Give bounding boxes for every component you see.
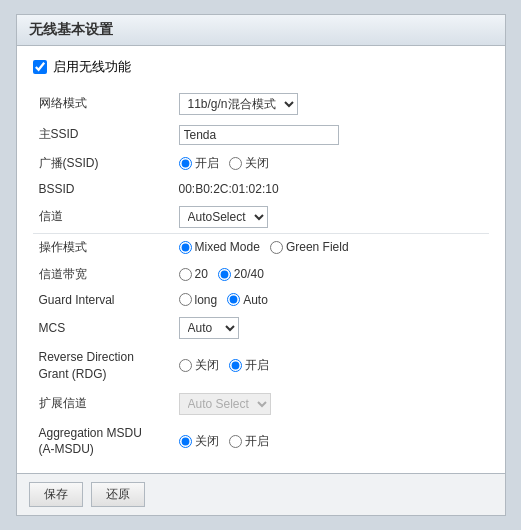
broadcast-on-label: 开启	[195, 155, 219, 172]
amsdu-off-label: 关闭	[195, 433, 219, 450]
amsdu-on-label: 开启	[245, 433, 269, 450]
settings-table: 网络模式 11b/g/n混合模式 11b模式 11g模式 11n模式 主SSID	[33, 88, 489, 463]
bw-2040-label: 20/40	[234, 267, 264, 281]
rdg-row: Reverse DirectionGrant (RDG) 关闭 开启	[33, 344, 489, 388]
rdg-off-radio[interactable]	[179, 359, 192, 372]
broadcast-label: 广播(SSID)	[33, 150, 173, 177]
guard-interval-label: Guard Interval	[33, 288, 173, 312]
amsdu-off-radio[interactable]	[179, 435, 192, 448]
ssid-row: 主SSID	[33, 120, 489, 150]
panel-footer: 保存 还原	[17, 473, 505, 515]
bw-2040-radio[interactable]	[218, 268, 231, 281]
bw-20-item: 20	[179, 267, 208, 281]
enable-wireless-checkbox[interactable]	[33, 60, 47, 74]
channel-bw-radio-group: 20 20/40	[179, 267, 483, 281]
restore-button[interactable]: 还原	[91, 482, 145, 507]
network-mode-select[interactable]: 11b/g/n混合模式 11b模式 11g模式 11n模式	[179, 93, 298, 115]
bssid-label: BSSID	[33, 177, 173, 201]
channel-bw-cell: 20 20/40	[173, 261, 489, 288]
broadcast-cell: 开启 关闭	[173, 150, 489, 177]
enable-wireless-row: 启用无线功能	[33, 58, 489, 76]
mixed-mode-radio[interactable]	[179, 241, 192, 254]
operation-mode-label: 操作模式	[33, 233, 173, 261]
save-button[interactable]: 保存	[29, 482, 83, 507]
bw-20-radio[interactable]	[179, 268, 192, 281]
broadcast-off-radio[interactable]	[229, 157, 242, 170]
gi-long-label: long	[195, 293, 218, 307]
mcs-cell: Auto 0123 4567	[173, 312, 489, 344]
network-mode-label: 网络模式	[33, 88, 173, 120]
ssid-label: 主SSID	[33, 120, 173, 150]
ssid-input[interactable]	[179, 125, 339, 145]
network-mode-cell: 11b/g/n混合模式 11b模式 11g模式 11n模式	[173, 88, 489, 120]
amsdu-on-radio[interactable]	[229, 435, 242, 448]
operation-mode-cell: Mixed Mode Green Field	[173, 233, 489, 261]
mcs-label: MCS	[33, 312, 173, 344]
bw-20-label: 20	[195, 267, 208, 281]
broadcast-row: 广播(SSID) 开启 关闭	[33, 150, 489, 177]
channel-bw-row: 信道带宽 20 20/40	[33, 261, 489, 288]
extension-channel-select[interactable]: Auto Select	[179, 393, 271, 415]
channel-bw-label: 信道带宽	[33, 261, 173, 288]
amsdu-row: Aggregation MSDU(A-MSDU) 关闭 开启	[33, 420, 489, 464]
mixed-mode-item: Mixed Mode	[179, 240, 260, 254]
amsdu-radio-group: 关闭 开启	[179, 433, 483, 450]
broadcast-on-radio[interactable]	[179, 157, 192, 170]
amsdu-on-item: 开启	[229, 433, 269, 450]
panel-title: 无线基本设置	[17, 15, 505, 46]
gi-auto-item: Auto	[227, 293, 268, 307]
mixed-mode-label: Mixed Mode	[195, 240, 260, 254]
gi-auto-radio[interactable]	[227, 293, 240, 306]
green-field-radio[interactable]	[270, 241, 283, 254]
broadcast-on-item: 开启	[179, 155, 219, 172]
green-field-item: Green Field	[270, 240, 349, 254]
rdg-on-item: 开启	[229, 357, 269, 374]
rdg-radio-group: 关闭 开启	[179, 357, 483, 374]
rdg-off-label: 关闭	[195, 357, 219, 374]
rdg-on-label: 开启	[245, 357, 269, 374]
bssid-value: 00:B0:2C:01:02:10	[173, 177, 489, 201]
operation-mode-radio-group: Mixed Mode Green Field	[179, 240, 483, 254]
channel-label: 信道	[33, 201, 173, 234]
guard-interval-cell: long Auto	[173, 288, 489, 312]
network-mode-row: 网络模式 11b/g/n混合模式 11b模式 11g模式 11n模式	[33, 88, 489, 120]
gi-auto-label: Auto	[243, 293, 268, 307]
mcs-row: MCS Auto 0123 4567	[33, 312, 489, 344]
extension-channel-label: 扩展信道	[33, 388, 173, 420]
amsdu-cell: 关闭 开启	[173, 420, 489, 464]
amsdu-off-item: 关闭	[179, 433, 219, 450]
extension-channel-row: 扩展信道 Auto Select	[33, 388, 489, 420]
amsdu-label: Aggregation MSDU(A-MSDU)	[33, 420, 173, 464]
rdg-on-radio[interactable]	[229, 359, 242, 372]
rdg-cell: 关闭 开启	[173, 344, 489, 388]
mcs-select[interactable]: Auto 0123 4567	[179, 317, 239, 339]
gi-long-item: long	[179, 293, 218, 307]
broadcast-off-label: 关闭	[245, 155, 269, 172]
extension-channel-cell: Auto Select	[173, 388, 489, 420]
enable-wireless-label: 启用无线功能	[53, 58, 131, 76]
panel-body: 启用无线功能 网络模式 11b/g/n混合模式 11b模式 11g模式 11n模…	[17, 46, 505, 473]
operation-mode-row: 操作模式 Mixed Mode Green Field	[33, 233, 489, 261]
channel-cell: AutoSelect 123 456 789 10111213	[173, 201, 489, 234]
ssid-cell	[173, 120, 489, 150]
rdg-label: Reverse DirectionGrant (RDG)	[33, 344, 173, 388]
rdg-off-item: 关闭	[179, 357, 219, 374]
bssid-row: BSSID 00:B0:2C:01:02:10	[33, 177, 489, 201]
broadcast-off-item: 关闭	[229, 155, 269, 172]
guard-interval-row: Guard Interval long Auto	[33, 288, 489, 312]
wireless-settings-panel: 无线基本设置 启用无线功能 网络模式 11b/g/n混合模式 11b模式 11g…	[16, 14, 506, 516]
broadcast-radio-group: 开启 关闭	[179, 155, 483, 172]
channel-select[interactable]: AutoSelect 123 456 789 10111213	[179, 206, 268, 228]
guard-interval-radio-group: long Auto	[179, 293, 483, 307]
channel-row: 信道 AutoSelect 123 456 789 10111213	[33, 201, 489, 234]
gi-long-radio[interactable]	[179, 293, 192, 306]
bw-2040-item: 20/40	[218, 267, 264, 281]
green-field-label: Green Field	[286, 240, 349, 254]
